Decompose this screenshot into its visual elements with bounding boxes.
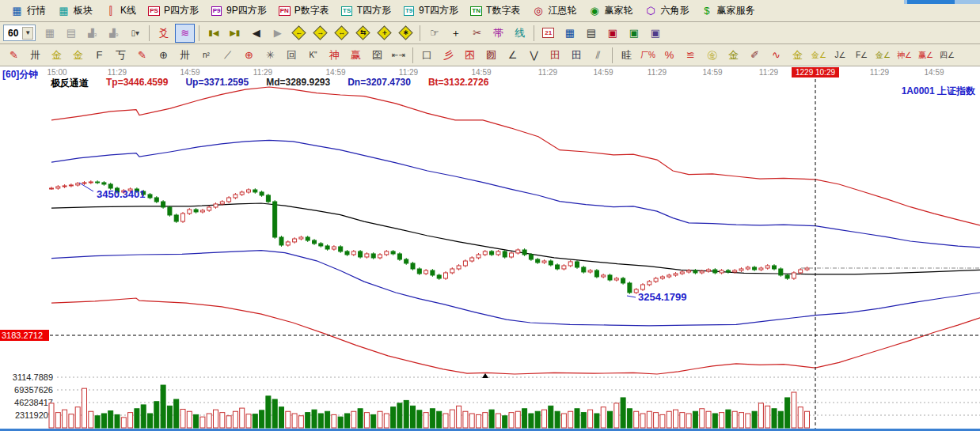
menu-item-9p-square[interactable]: P99P四方形 — [204, 2, 272, 19]
compress-all-icon[interactable]: ∗ — [396, 24, 416, 43]
wave-icon[interactable]: ∿ — [766, 46, 786, 65]
shen-grid-icon[interactable]: 神 — [325, 46, 344, 65]
red-pen-icon[interactable]: ✎ — [4, 46, 24, 65]
width-arrows-icon[interactable]: ⇤⇥ — [389, 46, 408, 65]
shen-angle-icon[interactable]: 神∠ — [895, 46, 914, 65]
menu-item-quotes-table[interactable]: ▦行情 — [5, 2, 51, 19]
period-selector[interactable]: 60 ▼ — [3, 25, 36, 41]
crosshair-icon[interactable]: ＋ — [446, 24, 465, 43]
menu-item-p-number-table[interactable]: PNP数字表 — [272, 2, 335, 19]
menu-item-p-square[interactable]: PSP四方形 — [142, 2, 204, 19]
n2-grid-icon[interactable]: n² — [196, 46, 216, 65]
first-bar-icon[interactable]: ▮◀ — [203, 24, 223, 43]
gold-circle-icon[interactable]: ㊎ — [702, 46, 722, 65]
candle-body — [765, 266, 769, 268]
compass3-icon[interactable]: ⊕ — [154, 46, 173, 65]
menu-item-sectors-blocks[interactable]: ▦板块 — [51, 2, 98, 19]
grid-window-icon[interactable]: 田 — [545, 46, 565, 65]
red-fan-icon[interactable]: 彡 — [439, 46, 458, 65]
candle-body — [792, 273, 796, 278]
angle-cut-icon[interactable]: ⟋ — [218, 46, 237, 65]
k-mark-icon[interactable]: K" — [303, 46, 323, 65]
scale-chart-icon[interactable]: 眭 — [617, 46, 636, 65]
pencil-angle-icon[interactable]: ∠ — [503, 46, 522, 65]
chart-area[interactable]: 15:0011:2914:5911:2914:5911:2914:5911:29… — [0, 66, 980, 431]
ying-angle-icon[interactable]: 赢∠ — [916, 46, 936, 65]
percent-band-icon[interactable]: 厂% — [638, 46, 658, 65]
measure-icon[interactable]: ✂ — [467, 24, 487, 43]
box-target-icon[interactable]: 回 — [282, 46, 302, 65]
candle-body — [168, 207, 172, 215]
channel-view-icon[interactable]: ≋ — [175, 24, 195, 43]
parallel-lines-icon[interactable]: ⫽ — [588, 46, 608, 65]
grid-view-icon[interactable]: ▦ — [40, 24, 59, 43]
save-sync-icon[interactable]: ▣ — [624, 24, 644, 43]
compress-horizontal-icon[interactable]: ⇆ — [353, 24, 373, 43]
menu-item-winner-service[interactable]: $赢家服务 — [694, 2, 760, 19]
last-bar-icon[interactable]: ▶▮ — [225, 24, 245, 43]
gold-grid-icon[interactable]: 金 — [47, 46, 66, 65]
calculator-icon[interactable]: ▦ — [560, 24, 579, 43]
hand-drag-icon[interactable]: ☞ — [424, 24, 444, 43]
s-grid-icon[interactable]: 丂 — [111, 46, 131, 65]
gold-line2-icon[interactable]: 金 — [788, 46, 807, 65]
pan-left-icon[interactable]: ← — [289, 24, 309, 43]
indicator-bt: Bt=3132.2726 — [428, 77, 488, 90]
mini-chart9-icon[interactable]: ▟₉ — [104, 24, 123, 43]
candle-style-icon[interactable]: ▯▾ — [125, 24, 145, 43]
volume-bar — [469, 414, 474, 428]
check-line-icon[interactable]: ⋁ — [524, 46, 544, 65]
four-angle-icon[interactable]: 四∠ — [937, 46, 957, 65]
notepad-icon[interactable]: ▤ — [581, 24, 601, 43]
ying-grid-icon[interactable]: 赢 — [346, 46, 366, 65]
percent-icon[interactable]: % — [659, 46, 679, 65]
expand-all-icon[interactable]: ＋ — [374, 24, 394, 43]
volume-bar — [805, 411, 810, 428]
volume-bar — [167, 406, 172, 428]
grid-123-icon[interactable]: 囶 — [367, 46, 387, 65]
pen-measure-icon[interactable]: ✐ — [745, 46, 765, 65]
jifan-indicator-icon[interactable]: 爻 — [154, 24, 173, 43]
chart-canvas[interactable]: 15:0011:2914:5911:2914:5911:2914:5911:29… — [0, 66, 980, 431]
red-fan-box-icon[interactable]: 囨 — [460, 46, 480, 65]
calendar-21-icon[interactable]: 21 — [538, 24, 558, 43]
red-marker-icon[interactable]: ✎ — [132, 46, 152, 65]
chevron-down-icon[interactable]: ▼ — [22, 27, 33, 40]
box-line-icon[interactable]: 口 — [417, 46, 437, 65]
report-view-icon[interactable]: ▤ — [61, 24, 81, 43]
mini-chart3-icon[interactable]: ▟₃ — [82, 24, 102, 43]
menu-item-winner-wheel[interactable]: ◉赢家轮 — [582, 2, 638, 19]
f-angle-icon[interactable]: F∠ — [852, 46, 872, 65]
prev-bar-icon[interactable]: ◀ — [246, 24, 266, 43]
expand-horizontal-icon[interactable]: ↔ — [332, 24, 351, 43]
menu-item-t-square[interactable]: TST四方形 — [335, 2, 397, 19]
menu-item-t-number-table[interactable]: TNT数字表 — [464, 2, 526, 19]
ribbon-tool-icon[interactable]: 帯 — [488, 24, 508, 43]
grid-window2-icon[interactable]: 田 — [567, 46, 587, 65]
save-icon[interactable]: ▣ — [602, 24, 622, 43]
pan-right-icon[interactable]: → — [310, 24, 330, 43]
grid-ruler2-icon[interactable]: 卅 — [175, 46, 195, 65]
percent-lines-icon[interactable]: ≌ — [681, 46, 701, 65]
red-target-icon[interactable]: ⊕ — [239, 46, 259, 65]
volume-bar — [101, 414, 106, 428]
candle-body — [648, 282, 651, 285]
red-fan-dark-icon[interactable]: 囫 — [481, 46, 501, 65]
next-bar-icon[interactable]: ▶ — [268, 24, 287, 43]
candle-body — [306, 237, 310, 240]
j-angle-icon[interactable]: J∠ — [830, 46, 850, 65]
menu-item-gann-wheel[interactable]: ◎江恩轮 — [526, 2, 582, 19]
menu-item-9t-square[interactable]: T99T四方形 — [397, 2, 464, 19]
spiral-icon[interactable]: ✳ — [260, 46, 280, 65]
gold-angle-icon[interactable]: 金∠ — [809, 46, 829, 65]
line-coil-icon[interactable]: 线 — [510, 24, 530, 43]
menu-item-hexagon[interactable]: ⬡六角形 — [638, 2, 694, 19]
gold-lines-icon[interactable]: 金 — [724, 46, 743, 65]
gold-grid2-icon[interactable]: 金 — [68, 46, 88, 65]
gold-angle2-icon[interactable]: 金∠ — [873, 46, 893, 65]
grid-ruler-icon[interactable]: 卅 — [25, 46, 45, 65]
volume-axis-label: 46238417 — [14, 398, 53, 407]
menu-item-kline[interactable]: ⫿K线 — [98, 2, 142, 19]
save-export-icon[interactable]: ▣ — [645, 24, 665, 43]
f-grid-icon[interactable]: F — [89, 46, 109, 65]
